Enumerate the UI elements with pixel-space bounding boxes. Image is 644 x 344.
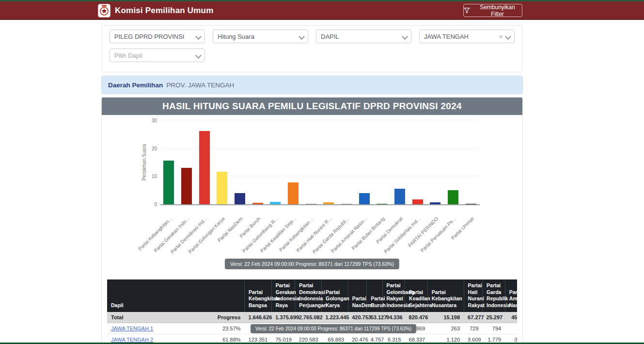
y-tick-label: 10 — [142, 174, 157, 179]
app-title: Komisi Pemilihan Umum — [115, 6, 214, 16]
chart-bar[interactable] — [359, 193, 370, 204]
chart-bar[interactable] — [341, 204, 352, 204]
column-header-party: Partai Garda Republik Indonesia — [483, 279, 505, 312]
chevron-down-icon — [299, 34, 304, 39]
chart-bar[interactable] — [181, 168, 192, 204]
daerah-pemilihan-banner: Daerah Pemilihan PROV. JAWA TENGAH — [101, 76, 523, 94]
chart-bar[interactable] — [288, 182, 298, 204]
chart-bar[interactable] — [323, 202, 334, 204]
results-table-wrap: DapilPartai Kebangkitan BangsaPartai Ger… — [107, 279, 517, 344]
chart-plot-area: 0102030 — [160, 115, 480, 205]
chevron-down-icon — [196, 34, 201, 39]
daerah-pemilihan-label: Daerah Pemilihan — [108, 82, 163, 89]
vote-cell: 263 — [427, 323, 464, 334]
total-label: Total — [107, 312, 205, 323]
total-vote-cell: 25.297 — [483, 312, 505, 323]
column-header-party: Partai Golongan Karya — [321, 279, 348, 312]
chart-bar[interactable] — [394, 189, 405, 204]
chart-bar[interactable] — [377, 204, 387, 204]
results-card: HASIL HITUNG SUARA PEMILU LEGISLATIF DPR… — [101, 97, 523, 344]
x-tick-label: Partai Persatuan Pe... — [420, 216, 457, 253]
chart-bar[interactable] — [217, 172, 227, 204]
total-vote-cell: 15.198 — [427, 312, 464, 323]
column-header-party: Partai Kebangkitan Nusantara — [427, 279, 464, 312]
kpu-logo-icon — [98, 4, 110, 17]
clear-selection-icon[interactable]: × — [499, 33, 503, 40]
app-header: Komisi Pemilihan Umum Sembunyikan Filter — [0, 1, 644, 20]
total-vote-cell: 459.527 — [505, 312, 517, 323]
select-tingkat-dapil[interactable]: DAPIL — [316, 30, 411, 43]
select-provinsi[interactable]: JAWA TENGAH × — [419, 30, 515, 43]
chart-bar[interactable] — [252, 203, 263, 204]
column-header-party: Partai Demokrasi Indonesia Perjuangan — [295, 279, 322, 312]
chevron-down-icon — [505, 34, 510, 39]
y-tick-label: 0 — [142, 202, 157, 207]
daerah-pemilihan-value: PROV. JAWA TENGAH — [166, 82, 234, 89]
filter-funnel-icon — [464, 7, 470, 14]
chart-bar[interactable] — [430, 202, 440, 204]
results-table: DapilPartai Kebangkitan BangsaPartai Ger… — [107, 279, 517, 344]
total-vote-cell: 420.753 — [348, 312, 366, 323]
vote-cell: 7.011 — [505, 323, 517, 334]
filter-panel: PILEG DPRD PROVINSI Hitung Suara DAPIL J… — [101, 25, 523, 72]
top-accent-bar — [0, 0, 644, 1]
column-header-party: Partai NasDem — [348, 279, 366, 312]
y-tick-label: 30 — [142, 118, 157, 123]
select-hitung-suara-value: Hitung Suara — [218, 33, 299, 40]
vote-cell: 794 — [483, 323, 505, 334]
total-row: TotalProgress1.646.6261.375.6992.765.082… — [107, 312, 517, 323]
total-vote-cell: 67.277 — [464, 312, 482, 323]
hide-filter-button-label: Sembunyikan Filter — [473, 4, 522, 17]
select-hitung-suara[interactable]: Hitung Suara — [213, 30, 308, 43]
chart-bar[interactable] — [448, 190, 458, 204]
total-vote-cell: 2.765.082 — [295, 312, 322, 323]
column-header-party: Partai Hati Nurani Rakyat — [464, 279, 482, 312]
dapil-link[interactable]: JAWA TENGAH 1 — [111, 326, 153, 331]
select-jenis-pemilihan-value: PILEG DPRD PROVINSI — [114, 33, 196, 40]
brand: Komisi Pemilihan Umum — [98, 1, 214, 20]
total-vote-cell: 1.646.626 — [245, 312, 272, 323]
select-tingkat-dapil-value: DAPIL — [321, 33, 402, 40]
y-tick-label: 20 — [142, 146, 157, 151]
filter-row-1: PILEG DPRD PROVINSI Hitung Suara DAPIL J… — [110, 30, 515, 43]
dapil-link[interactable]: JAWA TENGAH 2 — [111, 337, 153, 343]
select-jenis-pemilihan[interactable]: PILEG DPRD PROVINSI — [110, 30, 205, 43]
chart-bar[interactable] — [270, 202, 281, 204]
x-tick-label: Partai Bulan Bintang — [351, 216, 386, 251]
gridline — [160, 120, 480, 120]
total-vote-cell: 1.223.445 — [321, 312, 348, 323]
page-content: PILEG DPRD PROVINSI Hitung Suara DAPIL J… — [101, 20, 523, 344]
column-header-dapil: Dapil — [107, 279, 245, 312]
column-header-party: Partai Kebangkitan Bangsa — [245, 279, 272, 312]
x-tick-label: Partai Gerakan Indo... — [153, 216, 190, 253]
chart-bar[interactable] — [163, 161, 174, 204]
x-axis-labels: Partai Kebangkitan...Partai Gerakan Indo… — [160, 210, 480, 263]
select-pilih-dapil[interactable]: Pilih Dapil — [110, 49, 205, 62]
version-progress-tooltip: Versi: 22 Feb 2024 09:00:00 Progress: 86… — [251, 324, 416, 333]
x-tick-label: Partai Kebangkitan... — [137, 216, 173, 251]
total-vote-cell: 820.476 — [405, 312, 428, 323]
chevron-down-icon — [402, 34, 407, 39]
chart-bar[interactable] — [306, 204, 316, 204]
dapil-cell: JAWA TENGAH 1 — [107, 323, 205, 334]
filter-row-2: Pilih Dapil — [110, 49, 515, 62]
x-tick-label: Partai Kebangkitan ... — [278, 216, 314, 252]
version-progress-badge: Versi: 22 Feb 2024 09:00:00 Progress: 86… — [225, 259, 399, 269]
progress-header: Progress — [205, 312, 245, 323]
chart-bar[interactable] — [199, 131, 210, 204]
chart-title: HASIL HITUNG SUARA PEMILU LEGISLATIF DPR… — [102, 98, 522, 115]
chart-bar[interactable] — [235, 193, 245, 204]
chart-bar[interactable] — [412, 199, 423, 204]
chart-bar[interactable] — [466, 204, 476, 204]
chevron-down-icon — [196, 53, 201, 58]
select-provinsi-value: JAWA TENGAH — [424, 33, 499, 40]
progress-cell: 23.57% — [205, 323, 245, 334]
hide-filter-button[interactable]: Sembunyikan Filter — [463, 4, 522, 17]
select-pilih-dapil-placeholder: Pilih Dapil — [114, 52, 196, 59]
vote-share-bar-chart: Perolehan Suara 0102030 Partai Kebangkit… — [102, 115, 522, 275]
vote-cell: 729 — [464, 323, 482, 334]
total-vote-cell: 1.375.699 — [271, 312, 295, 323]
